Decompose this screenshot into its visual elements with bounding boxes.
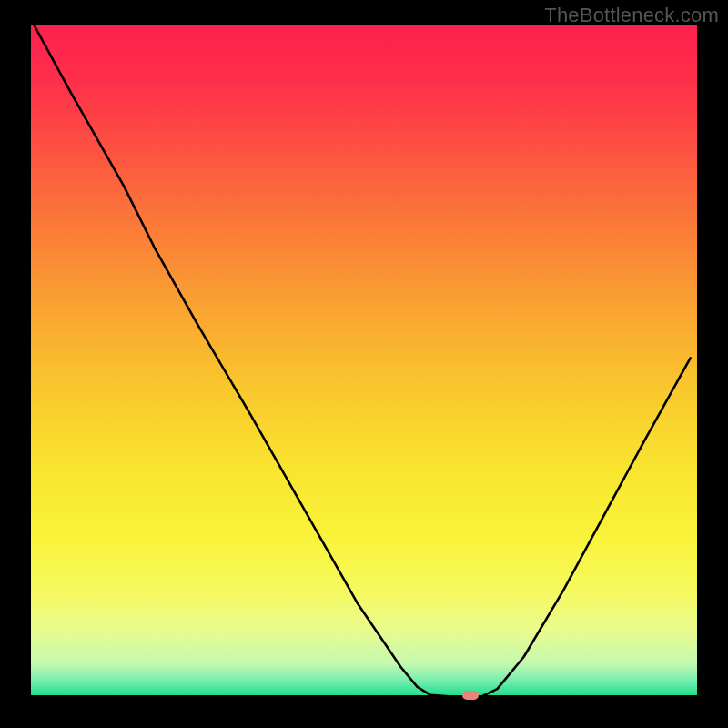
chart-svg	[31, 25, 697, 697]
plot-area	[31, 25, 697, 697]
watermark-text: TheBottleneck.com	[544, 4, 719, 27]
chart-frame: TheBottleneck.com	[0, 0, 728, 728]
optimal-marker	[462, 691, 479, 700]
gradient-background	[31, 25, 697, 697]
